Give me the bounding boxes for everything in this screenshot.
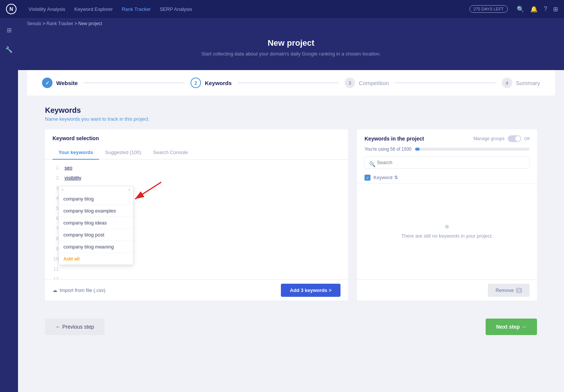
grid-icon[interactable]: ⊞ (553, 6, 558, 13)
breadcrumb: Senuto > Rank Tracker > New project (18, 18, 564, 29)
kw-row-1: 1. seo (45, 163, 348, 173)
project-panel-title: Keywords in the project (364, 136, 424, 142)
ac-add-all[interactable]: Add all (59, 253, 133, 265)
no-keywords-message: There are still no keywords in your proj… (357, 184, 537, 280)
ac-item-0[interactable]: company blog (59, 193, 133, 205)
no-keywords-text: There are still no keywords in your proj… (401, 233, 493, 239)
hero-title: New project (18, 38, 564, 48)
toggle-off-label: Off (524, 136, 530, 141)
usage-bar: You're using 56 of 1500 (357, 147, 537, 156)
ac-item-4[interactable]: company blog meaning (59, 241, 133, 253)
tab-suggested[interactable]: Suggested (100) (99, 146, 147, 160)
manage-groups-label: Manage groups (473, 136, 504, 141)
cloud-icon: ☁ (52, 287, 57, 293)
nav-serp-analysis[interactable]: SERP Analysis (160, 6, 192, 12)
keyword-selection-header: Keyword selection (45, 129, 348, 141)
days-badge[interactable]: 275 DAYS LEFT (470, 5, 508, 13)
keyword-tabs: Your keywords Suggested (100) Search Con… (45, 146, 348, 160)
two-column-layout: Keyword selection Your keywords Suggeste… (45, 129, 537, 301)
keyword-select-all-checkbox[interactable]: ✓ (364, 175, 370, 181)
step-line-2 (238, 82, 339, 83)
ac-scroll[interactable]: company blog company blog examples compa… (59, 193, 133, 253)
import-from-file-link[interactable]: ☁ Import from file (.csv) (52, 287, 276, 293)
project-search-input[interactable] (364, 156, 530, 169)
step-2-circle: 2 (190, 78, 201, 88)
help-icon[interactable]: ? (544, 6, 547, 12)
stepper: ✓ Website 2 Keywords 3 Competition 4 Sum… (27, 70, 555, 96)
search-icon[interactable]: 🔍 (517, 6, 524, 13)
sidebar-settings-icon[interactable]: 🔧 (3, 43, 15, 55)
project-search-wrap: 🔍 (357, 156, 537, 172)
previous-step-button[interactable]: ← Previous step (45, 319, 105, 335)
step-3-label: Competition (359, 80, 389, 86)
sidebar-grid-icon[interactable]: ⊞ (3, 24, 15, 36)
section-subtitle: Name keywords you want to track in this … (45, 116, 537, 122)
breadcrumb-new-project: New project (78, 21, 102, 26)
nav-visibility-analysis[interactable]: Visibility Analysis (28, 6, 65, 12)
tab-search-console[interactable]: Search Console (147, 146, 194, 160)
step-1-circle: ✓ (42, 78, 52, 88)
section-title: Keywords (45, 106, 537, 115)
topnav: N Visibility Analysis Keyword Explorer R… (0, 0, 564, 18)
step-line-3 (395, 82, 496, 83)
content-area: Keywords Name keywords you want to track… (27, 96, 555, 311)
step-4-label: Summary (516, 80, 540, 86)
breadcrumb-rank-tracker[interactable]: Rank Tracker (46, 21, 73, 26)
step-3: 3 Competition (345, 78, 389, 88)
step-4: 4 Summary (502, 78, 540, 88)
step-2: 2 Keywords (190, 78, 232, 88)
bell-icon[interactable]: 🔔 (530, 6, 538, 13)
toggle-knob (515, 136, 520, 141)
topnav-icons: 🔍 🔔 ? ⊞ (517, 6, 558, 13)
kw-table-header: ✓ Keyword ⇅ (357, 172, 537, 184)
project-panel-header: Keywords in the project Manage groups Of… (357, 129, 537, 147)
step-1-label: Website (56, 80, 78, 86)
search-icon-pos: 🔍 (369, 161, 375, 167)
hero-subtitle: Start collecting data about your domain'… (18, 51, 564, 57)
keyword-selection-panel: Keyword selection Your keywords Suggeste… (45, 129, 348, 301)
step-3-circle: 3 (345, 78, 355, 88)
kw-actions-bar: ☁ Import from file (.csv) Add 3 keywords… (45, 280, 348, 301)
ac-scroll-arrows: ‹ › (59, 186, 133, 193)
kw-row-2: 2. visibility (45, 173, 348, 183)
breadcrumb-senuto[interactable]: Senuto (27, 21, 41, 26)
manage-groups-toggle[interactable] (508, 135, 521, 142)
keyword-list-scroll[interactable]: 1. seo 2. visibility 3. company blog (45, 160, 348, 280)
nav-keyword-explorer[interactable]: Keyword Explorer (74, 6, 113, 12)
step-line-1 (84, 82, 184, 83)
step-4-circle: 4 (502, 78, 512, 88)
usage-bar-background (415, 148, 530, 151)
usage-text: You're using 56 of 1500 (364, 147, 411, 152)
project-keywords-panel: Keywords in the project Manage groups Of… (357, 129, 537, 301)
ac-item-1[interactable]: company blog examples (59, 205, 133, 217)
ac-item-3[interactable]: company blog post (59, 229, 133, 241)
sidebar: ⊞ 🔧 (0, 18, 18, 392)
usage-bar-fill (415, 148, 419, 151)
main-content: Senuto > Rank Tracker > New project New … (18, 18, 564, 392)
kw-row-11: 11. (45, 264, 348, 274)
step-1: ✓ Website (42, 78, 78, 88)
footer-nav: ← Previous step Next step → (27, 311, 555, 343)
next-step-button[interactable]: Next step → (486, 319, 537, 335)
autocomplete-dropdown: ‹ › company blog company blog examples c… (58, 186, 134, 265)
remove-button[interactable]: Remove 0 (488, 284, 530, 297)
manage-groups: Manage groups Off (473, 135, 530, 142)
keyword-column-header: Keyword ⇅ (374, 175, 398, 180)
ac-item-2[interactable]: company blog ideas (59, 217, 133, 229)
hero-section: New project Start collecting data about … (18, 29, 564, 70)
tab-your-keywords[interactable]: Your keywords (52, 146, 99, 160)
remove-count-badge: 0 (516, 288, 522, 293)
logo[interactable]: N (6, 4, 16, 14)
nav-rank-tracker[interactable]: Rank Tracker (122, 6, 151, 12)
project-panel-footer: Remove 0 (357, 280, 537, 301)
kw-row-12: 12. (45, 274, 348, 280)
no-keywords-dot (445, 225, 449, 229)
sort-icon[interactable]: ⇅ (394, 175, 398, 180)
add-keywords-button[interactable]: Add 3 keywords > (281, 284, 340, 297)
step-2-label: Keywords (205, 80, 232, 86)
